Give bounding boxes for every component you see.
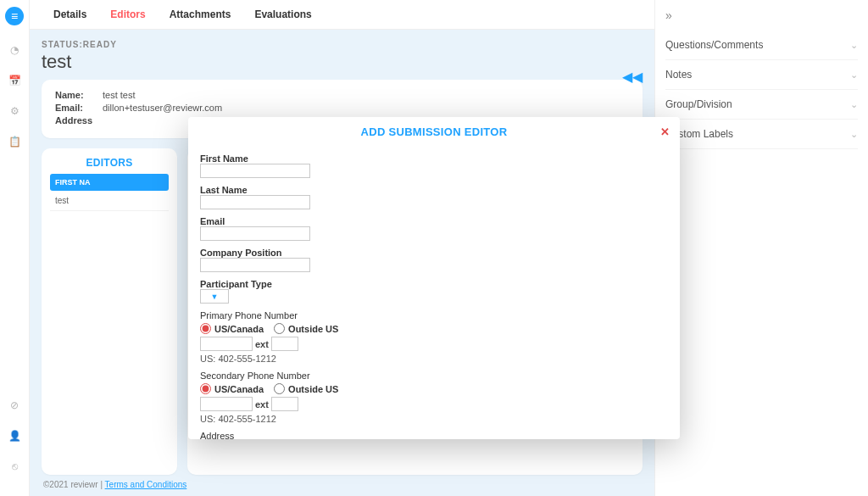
label-ptype: Participant Type <box>200 279 668 289</box>
ext-label-2: ext <box>255 399 269 410</box>
radio-outside-us-label: Outside US <box>288 324 338 334</box>
primary-ext-input[interactable] <box>271 337 298 351</box>
radio-outside-us-2-input[interactable] <box>274 383 285 394</box>
modal-title: ADD SUBMISSION EDITOR <box>188 117 680 143</box>
first-name-input[interactable] <box>200 164 310 178</box>
radio-us-canada-2[interactable]: US/Canada <box>200 383 264 394</box>
add-editor-modal: ✕ ADD SUBMISSION EDITOR First Name Last … <box>188 117 680 439</box>
radio-us-canada-2-input[interactable] <box>200 383 211 394</box>
secondary-ext-input[interactable] <box>271 397 298 411</box>
primary-phone-input[interactable] <box>200 337 253 351</box>
secondary-phone-example: US: 402-555-1212 <box>200 414 668 424</box>
secondary-phone-row: ext <box>200 397 668 411</box>
position-input[interactable] <box>200 258 310 272</box>
modal-body: First Name Last Name Email Company Posit… <box>188 143 680 439</box>
label-secondary-phone: Secondary Phone Number <box>200 371 668 381</box>
radio-us-canada[interactable]: US/Canada <box>200 323 264 334</box>
label-last-name: Last Name <box>200 185 668 195</box>
primary-phone-radio-row: US/Canada Outside US <box>200 323 668 334</box>
secondary-phone-input[interactable] <box>200 397 253 411</box>
label-primary-phone: Primary Phone Number <box>200 310 668 320</box>
radio-us-canada-2-label: US/Canada <box>214 384 264 394</box>
radio-us-canada-input[interactable] <box>200 323 211 334</box>
email-input[interactable] <box>200 226 310 241</box>
label-first-name: First Name <box>200 153 668 164</box>
caret-down-icon: ▼ <box>211 293 219 301</box>
modal-mask: ✕ ADD SUBMISSION EDITOR First Name Last … <box>0 0 868 496</box>
label-position: Company Position <box>200 248 668 258</box>
radio-outside-us-input[interactable] <box>274 323 285 334</box>
label-email: Email <box>200 216 668 226</box>
radio-outside-us-2[interactable]: Outside US <box>274 383 338 394</box>
radio-outside-us[interactable]: Outside US <box>274 323 338 334</box>
label-address-section: Address <box>200 431 668 439</box>
radio-outside-us-2-label: Outside US <box>288 384 338 394</box>
close-icon[interactable]: ✕ <box>660 125 670 138</box>
last-name-input[interactable] <box>200 195 310 209</box>
primary-phone-row: ext <box>200 337 668 351</box>
participant-type-select[interactable]: ▼ <box>200 289 229 304</box>
secondary-phone-radio-row: US/Canada Outside US <box>200 383 668 394</box>
primary-phone-example: US: 402-555-1212 <box>200 354 668 364</box>
ext-label: ext <box>255 339 269 349</box>
radio-us-canada-label: US/Canada <box>214 324 264 334</box>
